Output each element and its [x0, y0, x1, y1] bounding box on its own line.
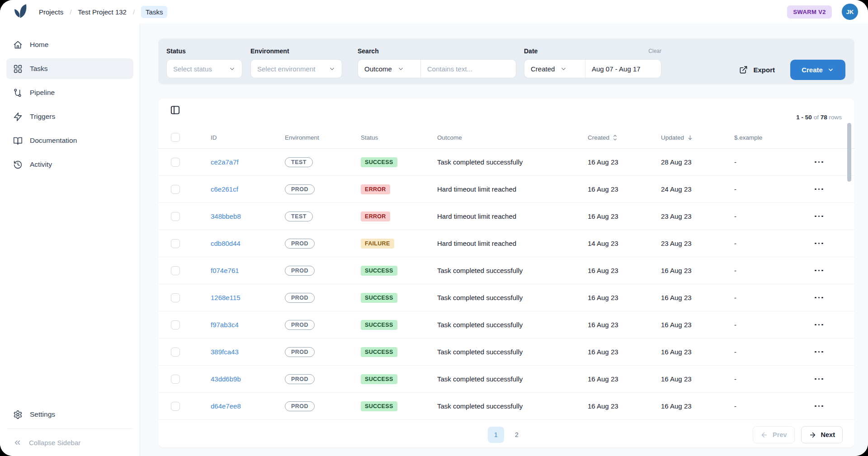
environment-select-placeholder: Select environment [257, 65, 315, 73]
table-header-row: ID Environment Status Outcome Created Up… [158, 127, 854, 149]
task-id-link[interactable]: 1268e115 [211, 294, 241, 301]
search-input[interactable] [421, 60, 516, 78]
user-avatar[interactable]: JK [842, 4, 858, 20]
outcome-text: Task completed successfully [437, 294, 588, 301]
task-id-link[interactable]: f97ab3c4 [211, 321, 239, 329]
sidebar-item-settings[interactable]: Settings [6, 404, 133, 425]
created-date: 16 Aug 23 [588, 375, 661, 383]
sidebar-item-label: Home [30, 41, 48, 49]
row-checkbox[interactable] [171, 320, 180, 329]
task-id-link[interactable]: 348bbeb8 [211, 212, 241, 220]
status-badge: SUCCESS [361, 347, 397, 357]
date-range-value[interactable]: Aug 07 - Aug 17 [585, 60, 647, 78]
environment-select[interactable]: Select environment [250, 59, 342, 78]
row-actions-menu-icon[interactable] [813, 267, 854, 274]
row-checkbox[interactable] [171, 212, 180, 221]
clear-filters-link[interactable]: Clear [648, 47, 661, 55]
row-checkbox[interactable] [171, 375, 180, 384]
status-select[interactable]: Select status [166, 59, 242, 78]
prev-page-button[interactable]: Prev [753, 426, 794, 443]
task-id-link[interactable]: ce2a7a7f [211, 158, 239, 166]
status-badge: SUCCESS [361, 293, 397, 303]
status-badge: SUCCESS [361, 374, 397, 384]
row-actions-menu-icon[interactable] [813, 376, 854, 383]
export-label: Export [753, 66, 775, 74]
example-value: - [734, 240, 809, 247]
example-value: - [734, 212, 809, 220]
environment-badge: TEST [285, 212, 313, 221]
task-id-link[interactable]: 389fca43 [211, 348, 239, 356]
export-button[interactable]: Export [736, 65, 778, 75]
sidebar-item-home[interactable]: Home [6, 34, 133, 55]
sidebar-item-activity[interactable]: Activity [6, 154, 133, 175]
row-actions-menu-icon[interactable] [813, 240, 854, 247]
column-header-id[interactable]: ID [211, 134, 285, 141]
book-icon [13, 136, 23, 146]
column-header-outcome[interactable]: Outcome [437, 134, 588, 141]
create-button[interactable]: Create [790, 60, 845, 80]
breadcrumb-tasks[interactable]: Tasks [141, 6, 167, 18]
row-checkbox[interactable] [171, 158, 180, 167]
table-footer: 1 2 Prev Next [158, 422, 854, 447]
task-id-link[interactable]: f074e761 [211, 267, 239, 274]
task-id-link[interactable]: cdb80d44 [211, 240, 241, 247]
sidebar-item-tasks[interactable]: Tasks [6, 58, 133, 79]
collapse-sidebar-button[interactable]: Collapse Sidebar [6, 433, 133, 451]
sidebar-item-label: Activity [30, 160, 52, 169]
brand-logo-icon[interactable] [10, 3, 31, 21]
pager-nav: Prev Next [753, 426, 843, 443]
sidebar-item-pipeline[interactable]: Pipeline [6, 82, 133, 103]
column-header-example[interactable]: $.example [734, 134, 809, 141]
date-field-select[interactable]: Created [524, 60, 585, 78]
row-checkbox[interactable] [171, 293, 180, 302]
sidebar-item-label: Documentation [30, 136, 77, 145]
column-layout-toggle-icon[interactable] [170, 105, 180, 117]
task-id-link[interactable]: c6e261cf [211, 185, 238, 193]
column-header-created[interactable]: Created [588, 134, 661, 141]
search-filter-label: Search [358, 47, 516, 55]
table-body: ce2a7a7f TEST SUCCESS Task completed suc… [158, 149, 854, 420]
breadcrumb-project-name[interactable]: Test Project 132 [78, 8, 127, 16]
row-checkbox[interactable] [171, 185, 180, 194]
sidebar-item-documentation[interactable]: Documentation [6, 130, 133, 151]
column-header-updated[interactable]: Updated [661, 134, 734, 141]
task-id-link[interactable]: 43dd6b9b [211, 375, 241, 383]
navbar-right: SWARM V2 JK [787, 4, 858, 20]
task-id-link[interactable]: d64e7ee8 [211, 402, 241, 410]
status-badge: SUCCESS [361, 401, 397, 411]
vertical-scrollbar-thumb[interactable] [847, 123, 851, 182]
row-actions-menu-icon[interactable] [813, 213, 854, 220]
row-actions-menu-icon[interactable] [813, 348, 854, 356]
select-all-checkbox[interactable] [171, 133, 180, 142]
row-checkbox[interactable] [171, 266, 180, 275]
filter-actions: Export Create [736, 60, 845, 80]
sidebar-item-label: Pipeline [30, 89, 55, 97]
rows-summary: 1 - 50 of 78 rows [796, 114, 842, 121]
row-actions-menu-icon[interactable] [813, 403, 854, 410]
row-checkbox[interactable] [171, 239, 180, 248]
row-actions-menu-icon[interactable] [813, 321, 854, 329]
status-badge: ERROR [361, 184, 390, 194]
created-date: 16 Aug 23 [588, 267, 661, 274]
outcome-text: Task completed successfully [437, 348, 588, 356]
sort-unsorted-icon [613, 134, 618, 141]
example-value: - [734, 402, 809, 410]
next-page-button[interactable]: Next [801, 426, 843, 443]
environment-badge: PROD [285, 184, 315, 194]
example-value: - [734, 348, 809, 356]
sidebar-item-triggers[interactable]: Triggers [6, 106, 133, 127]
row-checkbox[interactable] [171, 348, 180, 357]
column-header-environment[interactable]: Environment [285, 134, 361, 141]
row-actions-menu-icon[interactable] [813, 186, 854, 193]
search-field-select[interactable]: Outcome [358, 60, 421, 78]
table-row: f97ab3c4 PROD SUCCESS Task completed suc… [158, 311, 854, 338]
environment-badge: PROD [285, 293, 315, 303]
row-checkbox[interactable] [171, 402, 180, 411]
version-badge: SWARM V2 [787, 5, 832, 19]
page-button-2[interactable]: 2 [509, 427, 525, 443]
row-actions-menu-icon[interactable] [813, 294, 854, 301]
column-header-status[interactable]: Status [361, 134, 437, 141]
page-button-1[interactable]: 1 [488, 427, 504, 443]
breadcrumb-projects[interactable]: Projects [39, 8, 63, 16]
example-value: - [734, 185, 809, 193]
